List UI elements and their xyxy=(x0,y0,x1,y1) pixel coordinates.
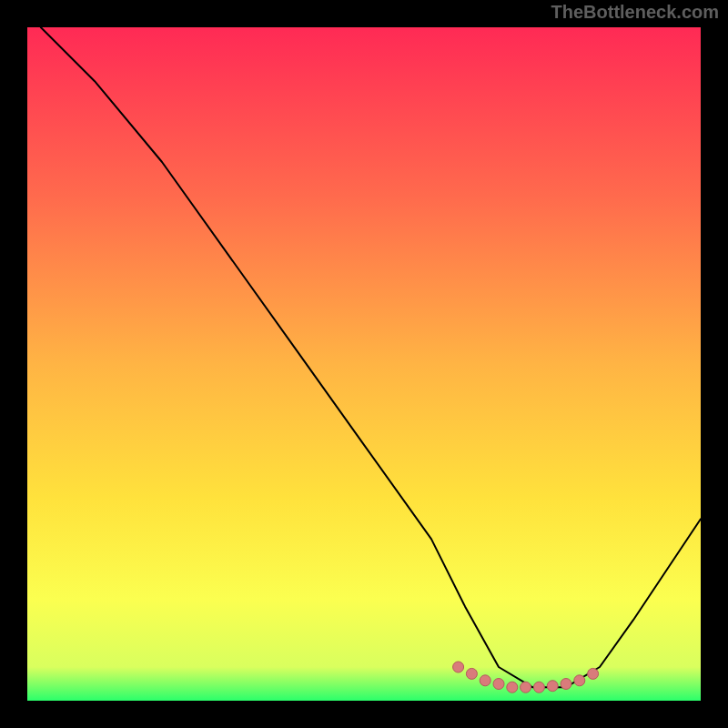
marker-point xyxy=(533,682,544,693)
marker-point xyxy=(493,679,504,690)
chart-background xyxy=(27,27,701,701)
marker-point xyxy=(521,682,531,693)
marker-point xyxy=(574,675,585,686)
watermark-text: TheBottleneck.com xyxy=(551,2,719,23)
marker-point xyxy=(466,668,477,679)
marker-point xyxy=(507,682,518,693)
chart-container xyxy=(27,27,701,701)
marker-point xyxy=(561,679,571,690)
marker-point xyxy=(547,681,558,692)
marker-point xyxy=(588,668,599,679)
marker-point xyxy=(480,675,490,686)
bottleneck-chart xyxy=(27,27,701,701)
marker-point xyxy=(453,662,464,672)
